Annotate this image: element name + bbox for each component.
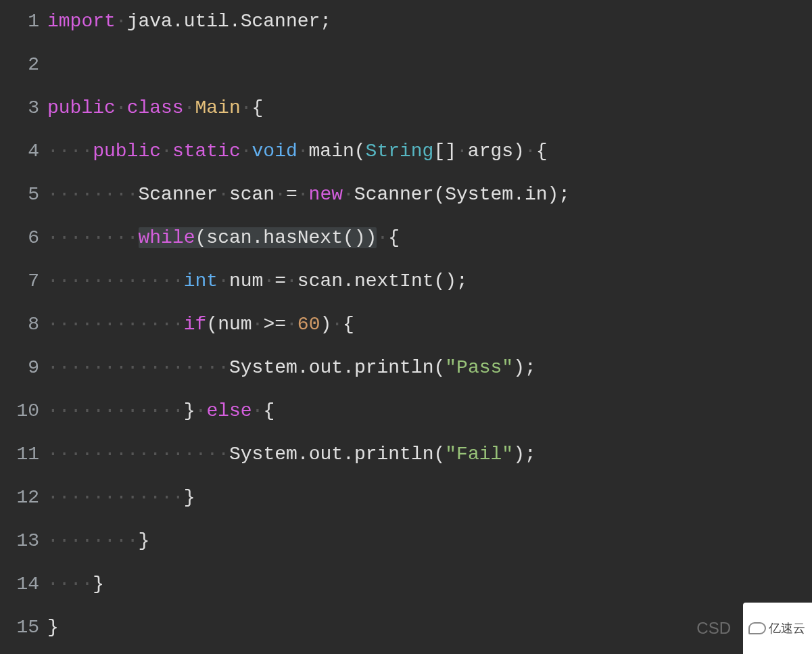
line-number: 2 (0, 43, 39, 87)
line-number: 7 (0, 260, 39, 303)
code-line[interactable]: ················System.out.println("Fail… (47, 433, 812, 476)
whitespace-dot: · (59, 400, 70, 421)
whitespace-dot: · (93, 444, 104, 465)
whitespace-dot: · (93, 400, 104, 421)
whitespace-dot: · (127, 271, 139, 291)
line-number: 15 (0, 606, 39, 649)
code-line[interactable]: ············int·num·=·scan.nextInt(); (47, 260, 812, 303)
line-number: 14 (0, 563, 39, 606)
whitespace-dot: · (139, 444, 150, 465)
whitespace-dot: · (59, 487, 70, 508)
whitespace-dot: · (93, 357, 104, 378)
whitespace-dot: · (127, 487, 139, 508)
token-punct: { (252, 97, 264, 118)
token-punct: } (93, 574, 104, 594)
code-line[interactable]: public·class·Main·{ (47, 87, 812, 130)
token-ident: System (445, 184, 513, 205)
token-ident: System (229, 357, 297, 378)
code-editor[interactable]: 123456789101112131415 import·java.util.S… (0, 0, 812, 654)
code-area[interactable]: import·java.util.Scanner;public·class·Ma… (47, 0, 812, 654)
token-ws-dot: · (241, 97, 252, 118)
line-number: 11 (0, 433, 39, 476)
token-kw-if: if (184, 314, 207, 335)
code-line[interactable]: ········while(scan.hasNext())·{ (47, 216, 812, 260)
whitespace-dot: · (172, 487, 184, 508)
whitespace-dot: · (116, 314, 127, 335)
whitespace-dot: · (172, 444, 184, 465)
token-kw-import: import (47, 11, 116, 32)
whitespace-dot: · (59, 530, 70, 551)
whitespace-dot: · (139, 357, 150, 378)
whitespace-dot: · (47, 357, 59, 378)
code-line[interactable]: import·java.util.Scanner; (47, 0, 812, 43)
whitespace-dot: · (59, 314, 70, 335)
token-ws-dot: · (184, 97, 195, 118)
line-number: 4 (0, 130, 39, 173)
whitespace-dot: · (70, 314, 82, 335)
whitespace-dot: · (59, 574, 70, 594)
whitespace-dot: · (47, 271, 59, 291)
token-string: "Pass" (445, 357, 513, 378)
whitespace-dot: · (93, 271, 104, 291)
whitespace-dot: · (116, 184, 127, 205)
whitespace-dot: · (104, 314, 116, 335)
code-line[interactable]: ················System.out.println("Pass… (47, 346, 812, 390)
code-line[interactable]: ····} (47, 563, 812, 606)
code-line[interactable]: ············if(num·>=·60)·{ (47, 303, 812, 346)
token-number: 60 (297, 314, 320, 335)
whitespace-dot: · (47, 530, 59, 551)
whitespace-dot: · (81, 357, 93, 378)
token-punct: { (343, 314, 354, 335)
code-line[interactable]: ········Scanner·scan·=·new·Scanner(Syste… (47, 173, 812, 216)
whitespace-dot: · (218, 444, 229, 465)
code-line[interactable]: ············}·else·{ (47, 390, 812, 433)
token-punct: [] (433, 141, 456, 162)
whitespace-dot: · (70, 227, 82, 248)
code-line[interactable]: ····public·static·void·main(String[]·arg… (47, 130, 812, 173)
whitespace-dot: · (161, 400, 172, 421)
code-line[interactable]: ············} (47, 476, 812, 519)
token-punct: ; (525, 444, 536, 465)
whitespace-dot: · (81, 227, 93, 248)
token-punct: . (343, 357, 354, 378)
whitespace-dot: · (104, 357, 116, 378)
code-line[interactable]: ········} (47, 519, 812, 563)
whitespace-dot: · (59, 357, 70, 378)
token-punct: ) (513, 444, 525, 465)
whitespace-dot: · (206, 444, 218, 465)
watermark-yisu: 亿速云 (743, 603, 812, 654)
token-ident: scan (297, 271, 343, 291)
whitespace-dot: · (116, 444, 127, 465)
token-punct: ) (320, 314, 331, 335)
token-kw-public: public (93, 141, 161, 162)
whitespace-dot: · (195, 444, 207, 465)
whitespace-dot: · (116, 487, 127, 508)
whitespace-dot: · (161, 357, 172, 378)
whitespace-dot: · (127, 444, 139, 465)
token-punct: ) (513, 141, 525, 162)
whitespace-dot: · (206, 357, 218, 378)
token-ident: java (127, 11, 172, 32)
whitespace-dot: · (104, 444, 116, 465)
whitespace-dot: · (149, 357, 161, 378)
whitespace-dot: · (93, 184, 104, 205)
whitespace-dot: · (70, 184, 82, 205)
whitespace-dot: · (127, 314, 139, 335)
whitespace-dot: · (70, 357, 82, 378)
token-kw-void: void (252, 141, 297, 162)
token-punct: . (229, 11, 241, 32)
whitespace-dot: · (149, 487, 161, 508)
token-kw-class: class (127, 97, 184, 118)
whitespace-dot: · (59, 141, 70, 162)
whitespace-dot: · (172, 314, 184, 335)
line-number: 6 (0, 216, 39, 260)
whitespace-dot: · (81, 400, 93, 421)
token-punct: . (172, 11, 184, 32)
whitespace-dot: · (47, 184, 59, 205)
token-method: nextInt (354, 271, 434, 291)
whitespace-dot: · (139, 271, 150, 291)
code-line[interactable] (47, 43, 812, 87)
token-punct: } (184, 400, 195, 421)
token-punct: { (388, 227, 400, 248)
token-punct: } (184, 487, 195, 508)
